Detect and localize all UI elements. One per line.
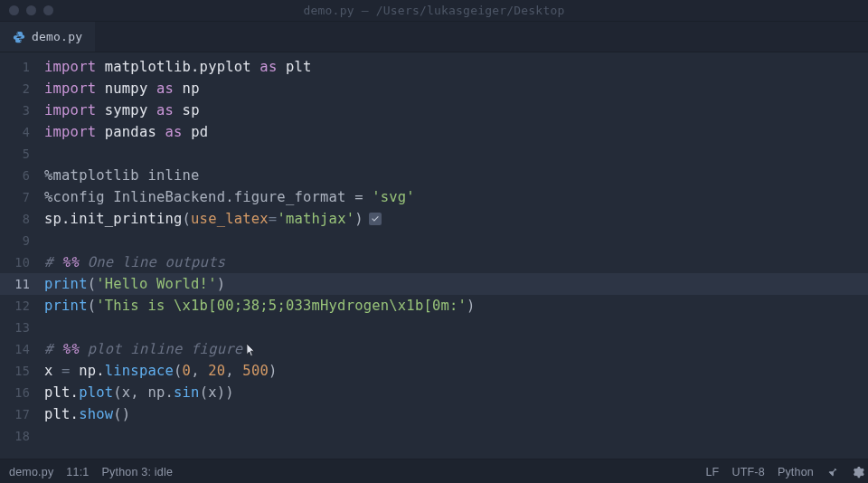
code-line[interactable] <box>39 143 868 165</box>
mouse-cursor-icon <box>246 342 256 356</box>
close-icon[interactable] <box>9 5 19 15</box>
line-number: 7 <box>0 186 39 208</box>
line-number: 18 <box>0 425 39 447</box>
status-bar: demo.py 11:1 Python 3: idle LF UTF-8 Pyt… <box>0 459 868 483</box>
code-line[interactable]: %matplotlib inline <box>39 165 868 186</box>
line-number: 15 <box>0 360 39 382</box>
line-number: 8 <box>0 208 39 230</box>
window-title: demo.py — /Users/lukasgeiger/Desktop <box>0 4 868 17</box>
line-number: 17 <box>0 403 39 425</box>
code-line[interactable]: sp.init_printing(use_latex='mathjax') <box>39 208 868 230</box>
code-line[interactable] <box>39 317 868 338</box>
code-line[interactable]: x = np.linspace(0, 20, 500) <box>39 360 868 382</box>
code-line[interactable]: print('This is \x1b[00;38;5;033mHydrogen… <box>39 295 868 317</box>
line-number: 4 <box>0 121 39 143</box>
python-file-icon <box>13 31 25 43</box>
minimize-icon[interactable] <box>26 5 36 15</box>
cell-executed-check-icon <box>369 213 382 225</box>
window-controls[interactable] <box>9 5 53 15</box>
code-line[interactable]: import matplotlib.pyplot as plt <box>39 56 868 78</box>
tab-bar: demo.py <box>0 22 868 52</box>
status-line-ending[interactable]: LF <box>705 466 719 478</box>
code-line[interactable]: %config InlineBackend.figure_format = 's… <box>39 186 868 208</box>
zoom-icon[interactable] <box>43 5 53 15</box>
line-number: 1 <box>0 56 39 78</box>
status-kernel[interactable]: Python 3: idle <box>101 466 173 478</box>
status-language[interactable]: Python <box>778 466 814 478</box>
code-line[interactable]: # %% One line outputs <box>39 251 868 273</box>
code-line[interactable]: # %% plot inline figure <box>39 338 868 360</box>
code-editor[interactable]: 123456789101112131415161718 import matpl… <box>0 52 868 459</box>
status-filename[interactable]: demo.py <box>9 466 53 478</box>
line-number: 5 <box>0 143 39 165</box>
code-line[interactable] <box>39 425 868 447</box>
line-number: 6 <box>0 165 39 186</box>
line-number: 12 <box>0 295 39 317</box>
line-number: 16 <box>0 382 39 403</box>
status-encoding[interactable]: UTF-8 <box>731 466 764 478</box>
tab-label: demo.py <box>32 30 82 43</box>
line-number: 3 <box>0 99 39 121</box>
status-cursor-position[interactable]: 11:1 <box>66 466 89 478</box>
line-number: 14 <box>0 338 39 360</box>
line-number: 10 <box>0 251 39 273</box>
title-bar: demo.py — /Users/lukasgeiger/Desktop <box>0 0 868 22</box>
line-number-gutter: 123456789101112131415161718 <box>0 52 39 459</box>
code-area[interactable]: import matplotlib.pyplot as pltimport nu… <box>39 52 868 459</box>
code-line[interactable]: import pandas as pd <box>39 121 868 143</box>
code-line[interactable] <box>39 230 868 251</box>
line-number: 2 <box>0 78 39 99</box>
line-number: 9 <box>0 230 39 251</box>
gear-icon[interactable] <box>852 466 864 478</box>
code-line[interactable]: import numpy as np <box>39 78 868 99</box>
code-line[interactable]: import sympy as sp <box>39 99 868 121</box>
tab-demo-py[interactable]: demo.py <box>0 22 95 52</box>
line-number: 11 <box>0 273 39 295</box>
line-number: 13 <box>0 317 39 338</box>
code-line[interactable]: print('Hello World!') <box>39 273 868 295</box>
code-line[interactable]: plt.plot(x, np.sin(x)) <box>39 382 868 403</box>
pin-icon[interactable] <box>826 466 839 478</box>
code-line[interactable]: plt.show() <box>39 403 868 425</box>
